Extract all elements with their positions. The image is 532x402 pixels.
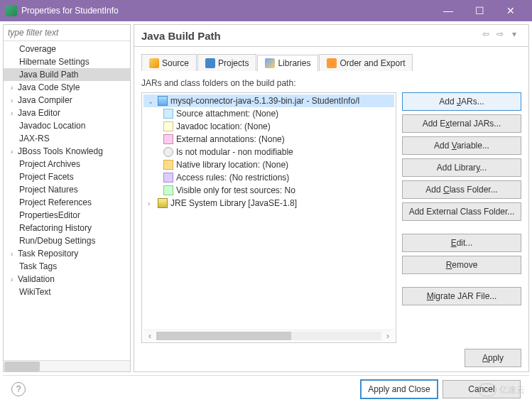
sidebar-item-label: Hibernate Settings <box>19 57 89 67</box>
chevron-right-icon: › <box>11 84 18 92</box>
nav-fwd-icon[interactable]: ⇨ <box>493 29 507 42</box>
chevron-right-icon: › <box>11 148 18 156</box>
add-external-class-folder-button[interactable]: Add External Class Folder... <box>402 202 521 221</box>
chevron-right-icon: › <box>11 276 18 283</box>
tab-libraries[interactable]: Libraries <box>257 55 318 72</box>
close-button[interactable]: ✕ <box>495 0 526 21</box>
source-attachment[interactable]: Source attachment: (None) <box>143 107 394 120</box>
jar-node[interactable]: ⌄mysql-connector-java-5.1.39-bin.jar - S… <box>143 94 394 107</box>
sidebar-item-validation[interactable]: ›Validation <box>4 273 130 286</box>
order-icon <box>327 58 337 68</box>
sidebar-item-label: Task Repository <box>18 249 78 259</box>
scroll-left-icon: ‹ <box>145 331 155 341</box>
tab-order-export[interactable]: Order and Export <box>319 54 413 71</box>
scroll-right-icon: › <box>383 331 393 341</box>
tab-source[interactable]: Source <box>141 54 197 71</box>
maximize-button[interactable]: ☐ <box>464 0 495 21</box>
sidebar-item-label: Project Facets <box>19 172 74 182</box>
sidebar-item-label: Run/Debug Settings <box>19 236 95 246</box>
page-title: Java Build Path <box>141 30 479 42</box>
projects-icon <box>205 58 215 68</box>
add-jars-button[interactable]: Add JARs... <box>402 92 521 111</box>
sidebar-item-run-debug-settings[interactable]: Run/Debug Settings <box>4 234 130 247</box>
minimize-button[interactable]: — <box>433 0 464 21</box>
sidebar-item-jax-rs[interactable]: JAX-RS <box>4 132 130 145</box>
sidebar-item-javadoc-location[interactable]: Javadoc Location <box>4 119 130 132</box>
sidebar-item-label: Coverage <box>19 44 56 54</box>
javadoc-icon <box>163 121 173 131</box>
libraries-icon <box>265 58 275 68</box>
apply-and-close-button[interactable]: Apply and Close <box>360 379 438 399</box>
add-class-folder-button[interactable]: Add Class Folder... <box>402 180 521 199</box>
nav-menu-icon[interactable]: ▾ <box>507 29 521 42</box>
category-tree[interactable]: CoverageHibernate SettingsJava Build Pat… <box>4 41 130 360</box>
file-icon <box>163 109 173 119</box>
sidebar-item-project-archives[interactable]: Project Archives <box>4 158 130 170</box>
apply-button[interactable]: Apply <box>465 349 521 367</box>
sidebar-scrollbar[interactable] <box>4 360 130 371</box>
jar-icon <box>158 96 168 106</box>
sidebar-item-java-build-path[interactable]: Java Build Path <box>4 68 130 81</box>
test-visibility[interactable]: Visible only for test sources: No <box>143 184 394 197</box>
native-library[interactable]: Native library location: (None) <box>143 158 394 171</box>
nav-back-icon[interactable]: ⇦ <box>479 29 493 42</box>
add-external-jars-button[interactable]: Add External JARs... <box>402 114 521 133</box>
sidebar-item-propertieseditor[interactable]: PropertiesEditor <box>4 209 130 222</box>
tab-bar: Source Projects Libraries Order and Expo… <box>141 54 521 71</box>
sidebar-item-label: PropertiesEditor <box>19 210 80 220</box>
sidebar: CoverageHibernate SettingsJava Build Pat… <box>3 24 131 372</box>
sidebar-item-java-code-style[interactable]: ›Java Code Style <box>4 81 130 94</box>
library-tree[interactable]: ⌄mysql-connector-java-5.1.39-bin.jar - S… <box>141 92 396 343</box>
sidebar-item-label: Refactoring History <box>19 223 92 233</box>
access-rules[interactable]: Access rules: (No restrictions) <box>143 171 394 184</box>
chevron-right-icon: › <box>11 250 18 258</box>
sidebar-item-label: JBoss Tools Knowledg <box>18 146 103 156</box>
sidebar-item-label: Project Natures <box>19 185 78 195</box>
native-icon <box>163 160 173 170</box>
watermark: 亿速云 <box>478 384 525 396</box>
module-icon <box>163 147 173 157</box>
sidebar-item-project-references[interactable]: Project References <box>4 196 130 209</box>
sidebar-item-label: Java Build Path <box>19 70 78 80</box>
sidebar-item-project-facets[interactable]: Project Facets <box>4 170 130 183</box>
add-variable-button[interactable]: Add Variable... <box>402 136 521 155</box>
page-header: Java Build Path ⇦ ⇨ ▾ <box>134 24 529 46</box>
sidebar-item-task-repository[interactable]: ›Task Repository <box>4 247 130 260</box>
sidebar-item-label: Java Editor <box>18 108 60 118</box>
javadoc-location[interactable]: Javadoc location: (None) <box>143 120 394 133</box>
button-column: Add JARs... Add External JARs... Add Var… <box>402 92 521 343</box>
window-title: Properties for StudentInfo <box>21 6 433 16</box>
sidebar-item-wikitext[interactable]: WikiText <box>4 286 130 298</box>
chevron-right-icon: › <box>11 97 18 104</box>
chevron-right-icon: › <box>11 109 18 117</box>
add-library-button[interactable]: Add Library... <box>402 158 521 177</box>
sidebar-item-jboss-tools-knowledg[interactable]: ›JBoss Tools Knowledg <box>4 145 130 158</box>
sidebar-item-task-tags[interactable]: Task Tags <box>4 260 130 273</box>
modular-status[interactable]: Is not modular - non modifiable <box>143 146 394 158</box>
sidebar-item-refactoring-history[interactable]: Refactoring History <box>4 222 130 234</box>
access-icon <box>163 173 173 183</box>
edit-button[interactable]: Edit... <box>402 234 521 252</box>
visibility-icon <box>163 185 173 195</box>
dialog-footer: ? Apply and Close Cancel <box>3 375 529 402</box>
sidebar-item-label: JAX-RS <box>19 134 50 143</box>
sidebar-item-hibernate-settings[interactable]: Hibernate Settings <box>4 55 130 68</box>
remove-button[interactable]: Remove <box>402 256 521 274</box>
title-bar: Properties for StudentInfo — ☐ ✕ <box>0 0 532 21</box>
sidebar-item-java-editor[interactable]: ›Java Editor <box>4 107 130 119</box>
sidebar-item-label: Java Code Style <box>18 82 80 92</box>
sidebar-item-project-natures[interactable]: Project Natures <box>4 183 130 196</box>
migrate-jar-button[interactable]: Migrate JAR File... <box>402 287 521 305</box>
filter-input[interactable] <box>4 25 130 41</box>
sidebar-item-coverage[interactable]: Coverage <box>4 43 130 55</box>
app-icon <box>6 5 17 16</box>
sidebar-item-java-compiler[interactable]: ›Java Compiler <box>4 94 130 107</box>
help-icon[interactable]: ? <box>11 382 26 396</box>
libtree-scrollbar[interactable]: ‹ › <box>143 330 394 341</box>
tab-projects[interactable]: Projects <box>197 54 256 71</box>
sidebar-item-label: Javadoc Location <box>19 121 85 131</box>
jre-node[interactable]: ›JRE System Library [JavaSE-1.8] <box>143 197 394 210</box>
external-annotations[interactable]: External annotations: (None) <box>143 133 394 146</box>
sidebar-item-label: Project Archives <box>19 159 80 169</box>
jre-icon <box>158 198 168 208</box>
